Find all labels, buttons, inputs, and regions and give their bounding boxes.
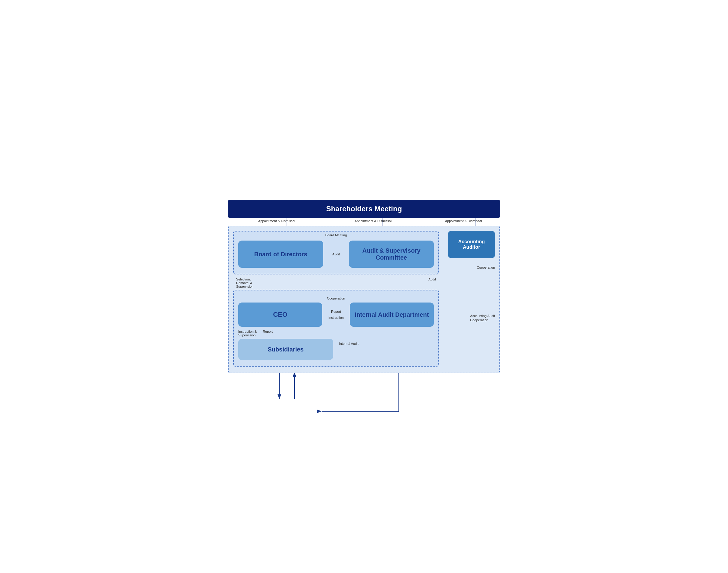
instruction-supervision-label: Instruction & Supervision [238,330,257,337]
ceo-box: CEO [238,303,322,327]
board-of-directors-box: Board of Directors [238,241,323,268]
report2-label: Report [263,330,273,337]
audit-supervisory-committee-box: Audit & Supervisory Committee [349,241,434,268]
top-boxes-row: Board of Directors Audit Audit & Supervi… [238,241,434,268]
ceo-audit-row: CEO Report Instruction Internal Audit De… [238,303,434,327]
report-label: Report [328,310,344,313]
accounting-auditor-section: Accounting Auditor [448,231,495,258]
accounting-auditor-label: Accounting Auditor [451,239,492,250]
appointment-labels-row: Appointment & Dismissal Appointment & Di… [228,218,500,223]
subsidiaries-box: Subsidiaries [238,339,333,360]
internal-audit-dept-box: Internal Audit Department [350,303,434,327]
board-meeting-label: Board Meeting [325,233,347,237]
right-side-labels: Cooperation [477,266,495,270]
ceo-label: CEO [273,311,288,318]
selection-label: Selection, Removal & Supervision [233,277,301,288]
diagram-container: Shareholders Meeting Appointment & Dismi… [228,200,500,373]
cooperation-right-2: Cooperation [470,318,495,322]
board-of-directors-label: Board of Directors [254,251,307,258]
appt-label-2: Appointment & Dismissal [355,219,391,223]
instruction-label: Instruction [328,316,344,319]
audit-label-right: Audit [371,277,439,288]
accounting-auditor-box: Accounting Auditor [448,231,495,258]
bottom-section: Instruction & Supervision Report Subsidi… [238,330,434,360]
appt-label-3: Appointment & Dismissal [445,219,482,223]
inner-top-box: Board Meeting Board of Directors Audit A… [233,231,439,274]
audit-right-text: Audit [428,277,436,281]
subsidiaries-section: Instruction & Supervision Report Subsidi… [238,330,333,360]
report-instruction-labels: Report Instruction [328,310,344,319]
accounting-audit-label: Accounting Audit [470,314,495,318]
audit-supervisory-label: Audit & Supervisory Committee [353,247,429,261]
shareholders-title: Shareholders Meeting [326,205,402,213]
cooperation-mid-label: Cooperation [238,297,434,300]
mid-labels-row: Selection, Removal & Supervision Audit [233,277,439,288]
subsidiaries-label: Subsidiaries [268,346,303,353]
main-outer-box: Accounting Auditor Board Meeting Board o… [228,226,500,373]
audit-down-label [301,277,371,288]
internal-audit-label: Internal Audit Department [355,311,429,318]
selection-text: Selection, Removal & Supervision [236,277,253,288]
audit-label-text: Audit [332,252,340,256]
inner-bottom-box: Cooperation CEO Report Instruction Inter… [233,290,439,367]
instruction-report-row: Instruction & Supervision Report [238,330,333,337]
internal-audit-label-section: Internal Audit [339,330,434,349]
shareholders-meeting-header: Shareholders Meeting [228,200,500,218]
audit-center-label: Audit [332,252,340,256]
cooperation3-text: Cooperation [327,297,345,300]
appt-label-1: Appointment & Dismissal [258,219,295,223]
accounting-audit-label-right: Accounting Audit Cooperation [470,314,495,322]
cooperation-right-1: Cooperation [477,266,495,269]
internal-audit-text: Internal Audit [339,342,358,346]
